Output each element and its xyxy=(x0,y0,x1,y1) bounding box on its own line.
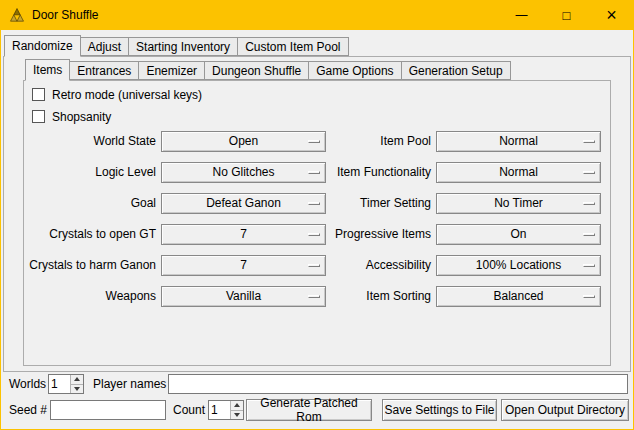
arrow-up-icon xyxy=(234,403,240,407)
dropdown-value: Normal xyxy=(437,163,600,182)
tab-custom-item-pool[interactable]: Custom Item Pool xyxy=(237,37,348,56)
settings-row: Weapons Vanilla Item Sorting Balanced xyxy=(1,286,633,317)
tab-game-options[interactable]: Game Options xyxy=(308,61,401,80)
tab-entrances[interactable]: Entrances xyxy=(69,61,139,80)
count-label: Count xyxy=(173,400,205,420)
count-spin-down[interactable] xyxy=(230,410,243,420)
setting-label: World State xyxy=(9,131,156,152)
tab-randomize[interactable]: Randomize xyxy=(4,35,81,57)
setting-label: Crystals to open GT xyxy=(9,224,156,245)
dropdown-value: On xyxy=(437,225,600,244)
dropdown-indicator xyxy=(583,264,595,267)
count-spinbox xyxy=(208,400,244,420)
settings-row: Crystals to open GT 7 Progressive Items … xyxy=(1,224,633,255)
maximize-button[interactable]: □ xyxy=(544,0,589,30)
worlds-spin-down[interactable] xyxy=(70,384,83,394)
dropdown-value: Open xyxy=(162,132,325,151)
worlds-spin-up[interactable] xyxy=(70,375,83,384)
logic-level-dropdown[interactable]: No Glitches xyxy=(161,162,326,183)
setting-label: Weapons xyxy=(9,286,156,307)
close-icon: × xyxy=(606,6,617,24)
settings-row: World State Open Item Pool Normal xyxy=(1,131,633,162)
dropdown-value: Vanilla xyxy=(162,287,325,306)
settings-row: Goal Defeat Ganon Timer Setting No Timer xyxy=(1,193,633,224)
player-names-label: Player names xyxy=(93,374,166,394)
count-spin-up[interactable] xyxy=(230,401,243,410)
timer-setting-dropdown[interactable]: No Timer xyxy=(436,193,601,214)
minimize-button[interactable]: — xyxy=(499,0,544,30)
minimize-icon: — xyxy=(516,8,528,22)
dropdown-value: No Timer xyxy=(437,194,600,213)
tab-generation-setup[interactable]: Generation Setup xyxy=(401,61,511,80)
dropdown-value: Defeat Ganon xyxy=(162,194,325,213)
dropdown-value: No Glitches xyxy=(162,163,325,182)
tab-enemizer[interactable]: Enemizer xyxy=(138,61,205,80)
tab-dungeon-shuffle[interactable]: Dungeon Shuffle xyxy=(204,61,309,80)
tab-starting-inventory[interactable]: Starting Inventory xyxy=(128,37,238,56)
item-sorting-dropdown[interactable]: Balanced xyxy=(436,286,601,307)
tab-adjust[interactable]: Adjust xyxy=(80,37,129,56)
dropdown-indicator xyxy=(583,233,595,236)
dropdown-value: 7 xyxy=(162,256,325,275)
shopsanity-checkbox[interactable]: Shopsanity xyxy=(32,109,111,124)
setting-label: Crystals to harm Ganon xyxy=(9,255,156,276)
dropdown-value: 100% Locations xyxy=(437,256,600,275)
dropdown-indicator xyxy=(583,140,595,143)
settings-row: Logic Level No Glitches Item Functionali… xyxy=(1,162,633,193)
close-button[interactable]: × xyxy=(589,0,634,30)
window-title: Door Shuffle xyxy=(32,8,99,22)
arrow-up-icon xyxy=(74,377,80,381)
main-tab-bar: Randomize Adjust Starting Inventory Cust… xyxy=(4,35,349,57)
dropdown-value: Normal xyxy=(437,132,600,151)
setting-label: Goal xyxy=(9,193,156,214)
goal-dropdown[interactable]: Defeat Ganon xyxy=(161,193,326,214)
settings-grid: World State Open Item Pool Normal Logic … xyxy=(1,131,633,317)
bottom-bar: Worlds Player names Seed # Count xyxy=(1,374,633,429)
worlds-input[interactable] xyxy=(49,375,70,393)
tab-items[interactable]: Items xyxy=(25,59,70,81)
setting-label: Timer Setting xyxy=(319,193,431,214)
checkbox-box xyxy=(32,88,45,101)
titlebar: Door Shuffle — □ × xyxy=(0,0,634,30)
weapons-dropdown[interactable]: Vanilla xyxy=(161,286,326,307)
dropdown-value: Balanced xyxy=(437,287,600,306)
generate-patched-rom-button[interactable]: Generate Patched Rom xyxy=(246,399,372,421)
client-area: Randomize Adjust Starting Inventory Cust… xyxy=(1,30,633,429)
settings-row: Crystals to harm Ganon 7 Accessibility 1… xyxy=(1,255,633,286)
checkbox-box xyxy=(32,110,45,123)
checkbox-label: Shopsanity xyxy=(52,110,111,124)
setting-label: Logic Level xyxy=(9,162,156,183)
setting-label: Progressive Items xyxy=(319,224,431,245)
item-functionality-dropdown[interactable]: Normal xyxy=(436,162,601,183)
arrow-down-icon xyxy=(234,413,240,417)
sub-tab-bar: Items Entrances Enemizer Dungeon Shuffle… xyxy=(25,59,511,81)
maximize-icon: □ xyxy=(563,8,571,23)
progressive-items-dropdown[interactable]: On xyxy=(436,224,601,245)
spin-arrows xyxy=(230,401,243,419)
world-state-dropdown[interactable]: Open xyxy=(161,131,326,152)
window-controls: — □ × xyxy=(499,0,634,30)
dropdown-value: 7 xyxy=(162,225,325,244)
worlds-spinbox xyxy=(48,374,84,394)
item-pool-dropdown[interactable]: Normal xyxy=(436,131,601,152)
arrow-down-icon xyxy=(74,387,80,391)
setting-label: Item Sorting xyxy=(319,286,431,307)
dropdown-indicator xyxy=(583,202,595,205)
crystals-open-gt-dropdown[interactable]: 7 xyxy=(161,224,326,245)
open-output-directory-button[interactable]: Open Output Directory xyxy=(501,399,629,421)
count-input[interactable] xyxy=(209,401,230,419)
setting-label: Item Pool xyxy=(319,131,431,152)
accessibility-dropdown[interactable]: 100% Locations xyxy=(436,255,601,276)
seed-label: Seed # xyxy=(9,400,47,420)
setting-label: Accessibility xyxy=(319,255,431,276)
crystals-harm-ganon-dropdown[interactable]: 7 xyxy=(161,255,326,276)
checkbox-label: Retro mode (universal keys) xyxy=(52,88,202,102)
worlds-label: Worlds xyxy=(9,374,46,394)
seed-input[interactable] xyxy=(50,400,166,420)
window: Door Shuffle — □ × Randomize Adjust Star… xyxy=(0,0,634,430)
spin-arrows xyxy=(70,375,83,393)
setting-label: Item Functionality xyxy=(319,162,431,183)
save-settings-button[interactable]: Save Settings to File xyxy=(382,399,497,421)
player-names-input[interactable] xyxy=(168,374,628,394)
retro-mode-checkbox[interactable]: Retro mode (universal keys) xyxy=(32,87,202,102)
